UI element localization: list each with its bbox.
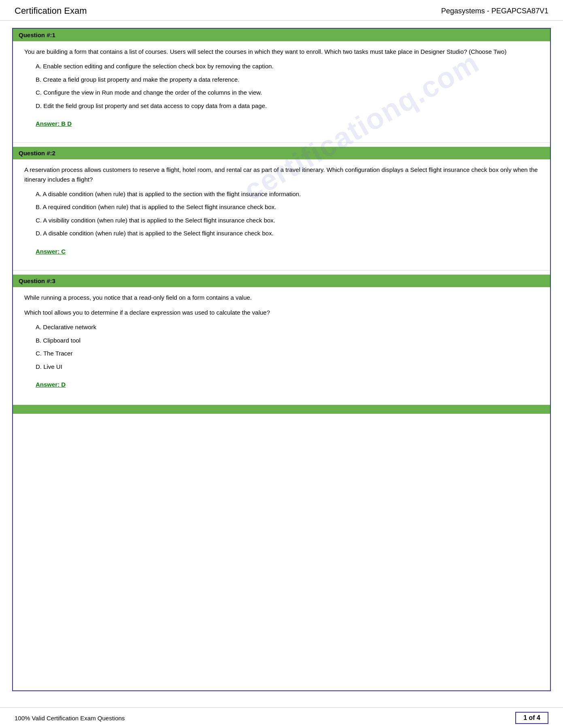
question-3-answer[interactable]: Answer: D: [24, 379, 66, 388]
question-2-header: Question #:2: [13, 147, 550, 159]
list-item: B. Clipboard tool: [36, 336, 539, 345]
list-item: A. A disable condition (when rule) that …: [36, 190, 539, 199]
question-2-text: A reservation process allows customers t…: [24, 165, 539, 184]
question-block-3: Question #:3 While running a process, yo…: [13, 275, 550, 400]
page-header: Certification Exam Pegasystems - PEGAPCS…: [0, 0, 563, 21]
question-1-answer[interactable]: Answer: B D: [24, 119, 72, 127]
separator-2: [13, 270, 550, 271]
question-3-options: A. Declarative network B. Clipboard tool…: [24, 323, 539, 371]
question-block-2: Question #:2 A reservation process allow…: [13, 147, 550, 266]
header-brand: Pegasystems - PEGAPCSA87V1: [441, 7, 548, 15]
question-3-header: Question #:3: [13, 275, 550, 287]
list-item: D. A disable condition (when rule) that …: [36, 229, 539, 238]
question-2-body: A reservation process allows customers t…: [13, 165, 550, 259]
question-1-text: You are building a form that contains a …: [24, 47, 539, 56]
header-title: Certification Exam: [15, 6, 87, 16]
page-footer: 100% Valid Certification Exam Questions …: [0, 707, 563, 728]
list-item: D. Edit the field group list property an…: [36, 102, 539, 111]
question-block-1: Question #:1 You are building a form tha…: [13, 29, 550, 138]
question-1-options: A. Enable section editing and configure …: [24, 62, 539, 110]
bottom-green-bar: [13, 405, 550, 414]
footer-valid-text: 100% Valid Certification Exam Questions: [15, 715, 125, 722]
list-item: A. Declarative network: [36, 323, 539, 332]
main-content: certificationq.com Question #:1 You are …: [12, 28, 551, 691]
question-3-text1: While running a process, you notice that…: [24, 293, 539, 302]
list-item: A. Enable section editing and configure …: [36, 62, 539, 71]
question-2-answer[interactable]: Answer: C: [24, 246, 66, 255]
question-2-options: A. A disable condition (when rule) that …: [24, 190, 539, 238]
list-item: C. The Tracer: [36, 349, 539, 358]
question-3-text2: Which tool allows you to determine if a …: [24, 308, 539, 317]
separator-1: [13, 142, 550, 143]
list-item: B. A required condition (when rule) that…: [36, 203, 539, 212]
question-1-header: Question #:1: [13, 29, 550, 41]
list-item: B. Create a field group list property an…: [36, 75, 539, 85]
question-1-body: You are building a form that contains a …: [13, 47, 550, 131]
list-item: C. Configure the view in Run mode and ch…: [36, 88, 539, 97]
footer-page-indicator: 1 of 4: [515, 712, 548, 724]
list-item: D. Live UI: [36, 362, 539, 372]
question-3-body: While running a process, you notice that…: [13, 293, 550, 392]
list-item: C. A visibility condition (when rule) th…: [36, 216, 539, 225]
